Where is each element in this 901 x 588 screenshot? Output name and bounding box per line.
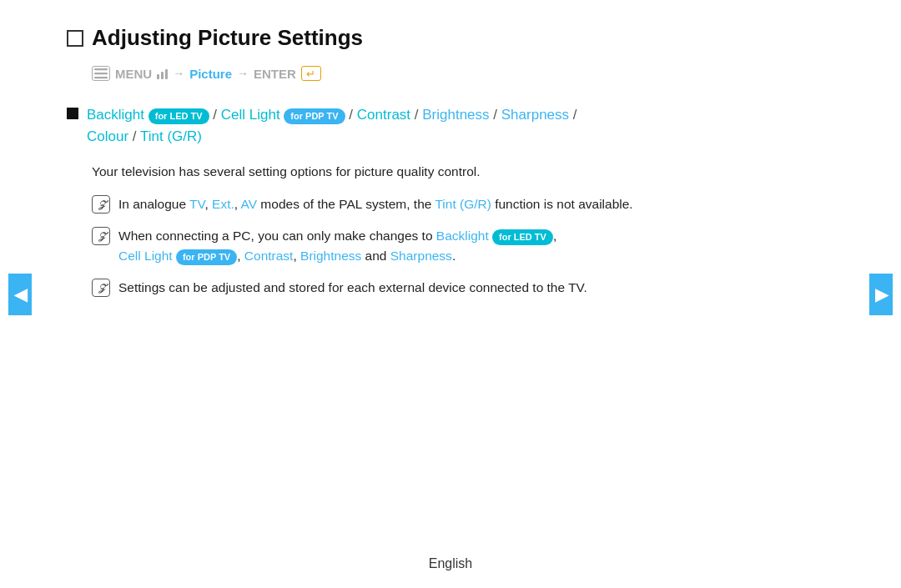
footer-language: English bbox=[429, 556, 472, 570]
heading-cell-light: Cell Light bbox=[221, 107, 280, 123]
menu-arrow1: → bbox=[173, 67, 184, 80]
slash3: / bbox=[415, 107, 422, 123]
heading-brightness: Brightness bbox=[422, 107, 489, 123]
nav-arrow-right[interactable]: ▶ bbox=[869, 274, 893, 315]
page-title: Adjusting Picture Settings bbox=[92, 25, 363, 51]
black-square-icon bbox=[67, 108, 78, 119]
note2-brightness: Brightness bbox=[300, 249, 361, 263]
note-text-2: When connecting a PC, you can only make … bbox=[118, 226, 834, 266]
note-text-1: In analogue TV, Ext., AV modes of the PA… bbox=[118, 194, 834, 214]
note1-tv: TV bbox=[189, 197, 204, 211]
note-icon-1: 𝒵 bbox=[92, 195, 110, 214]
menu-path: MENU → Picture → ENTER ↵ bbox=[92, 66, 834, 81]
note2-contrast: Contrast bbox=[244, 249, 294, 263]
heading-bullet-row: Backlight for LED TV / Cell Light for PD… bbox=[67, 104, 834, 147]
menu-arrow2: → bbox=[237, 67, 249, 80]
menu-icon bbox=[92, 66, 110, 81]
note-item-3: 𝒵 Settings can be adjusted and stored fo… bbox=[92, 278, 834, 298]
svg-rect-1 bbox=[94, 73, 108, 74]
slash4: / bbox=[493, 107, 501, 123]
right-arrow-icon: ▶ bbox=[875, 284, 888, 304]
left-arrow-icon: ◀ bbox=[14, 284, 27, 304]
menu-picture: Picture bbox=[189, 67, 232, 81]
slash5: / bbox=[573, 107, 577, 123]
svg-rect-2 bbox=[94, 77, 108, 78]
description-text: Your television has several setting opti… bbox=[92, 162, 834, 181]
note-icon-2: 𝒵 bbox=[92, 227, 110, 245]
note2-cell-light: Cell Light bbox=[118, 249, 173, 263]
heading-colour: Colour bbox=[87, 128, 128, 144]
note-text-3: Settings can be adjusted and stored for … bbox=[118, 278, 834, 298]
note2-badge-pdp: for PDP TV bbox=[176, 249, 237, 265]
svg-rect-0 bbox=[94, 68, 108, 70]
menu-word: MENU bbox=[115, 67, 152, 81]
page-content: Adjusting Picture Settings MENU → Pictur… bbox=[0, 0, 901, 334]
menu-enter-word: ENTER bbox=[254, 67, 296, 81]
enter-icon: ↵ bbox=[301, 66, 321, 81]
slash6: / bbox=[133, 128, 140, 144]
note-item-2: 𝒵 When connecting a PC, you can only mak… bbox=[92, 226, 834, 266]
heading-contrast: Contrast bbox=[357, 107, 410, 123]
note1-ext: Ext. bbox=[212, 197, 234, 211]
heading-sharpness: Sharpness bbox=[501, 107, 569, 123]
note2-badge-led: for LED TV bbox=[492, 229, 553, 245]
badge-pdp: for PDP TV bbox=[284, 108, 345, 124]
main-section: Backlight for LED TV / Cell Light for PD… bbox=[67, 104, 834, 147]
note2-sharpness: Sharpness bbox=[390, 249, 452, 263]
nav-arrow-left[interactable]: ◀ bbox=[8, 274, 32, 315]
heading-line: Backlight for LED TV / Cell Light for PD… bbox=[87, 104, 577, 147]
title-checkbox bbox=[67, 30, 83, 47]
note-icon-3: 𝒵 bbox=[92, 279, 110, 297]
footer: English bbox=[0, 556, 901, 571]
note2-backlight: Backlight bbox=[436, 229, 489, 243]
heading-backlight: Backlight bbox=[87, 107, 144, 123]
heading-tint: Tint (G/R) bbox=[140, 128, 202, 144]
title-row: Adjusting Picture Settings bbox=[67, 25, 834, 51]
slash1: / bbox=[213, 107, 220, 123]
badge-led: for LED TV bbox=[148, 108, 209, 124]
slash2: / bbox=[349, 107, 356, 123]
note1-tint: Tint (G/R) bbox=[435, 197, 491, 211]
note-item-1: 𝒵 In analogue TV, Ext., AV modes of the … bbox=[92, 194, 834, 214]
menu-bars-icon bbox=[157, 68, 168, 79]
note1-av: AV bbox=[241, 197, 258, 211]
